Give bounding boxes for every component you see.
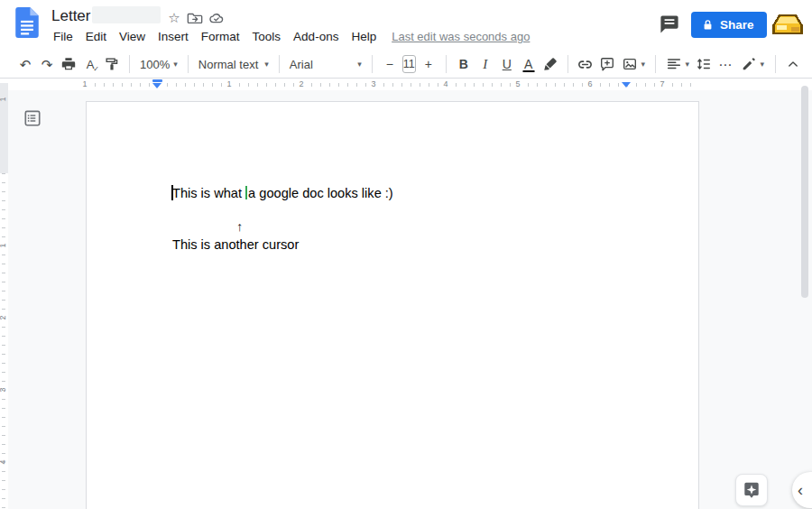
ruler-number: 6 [586,79,594,88]
align-button[interactable]: ▾ [662,53,693,75]
menu-file[interactable]: File [47,28,79,45]
first-line-indent-marker[interactable] [152,79,162,82]
redo-icon[interactable]: ↷ [36,53,58,75]
ruler-number: 3 [0,387,7,392]
paint-format-icon[interactable] [101,53,123,75]
menu-tools[interactable]: Tools [246,28,288,45]
menu-edit[interactable]: Edit [79,28,113,45]
menu-format[interactable]: Format [195,28,246,45]
editing-mode-button[interactable]: ▾ [736,53,769,75]
document-arrow-line[interactable]: ↑ [236,218,243,235]
star-icon[interactable]: ☆ [166,10,182,26]
insert-image-button[interactable]: ▾ [618,53,649,75]
menu-bar: File Edit View Insert Format Tools Add-o… [47,28,530,45]
last-edit-link[interactable]: Last edit was seconds ago [392,30,530,43]
bold-button[interactable]: B [453,53,475,75]
highlight-color-icon[interactable] [540,53,561,75]
ruler-number: 2 [297,79,305,88]
divider [655,55,656,73]
add-comment-icon[interactable] [596,53,618,75]
line-spacing-icon[interactable] [693,53,715,75]
ruler-number: 1 [0,243,7,247]
chevron-down-icon: ▾ [686,60,690,69]
document-title[interactable]: Letter [51,7,90,25]
ruler-ticks [86,83,699,87]
document-line-1[interactable]: This is what a google doc looks like :) [172,185,393,201]
open-comments-icon[interactable] [659,14,680,35]
font-size-input[interactable]: 11 [402,55,416,73]
divider [775,55,776,73]
text-color-button[interactable]: A [518,53,540,75]
chevron-left-icon: ‹ [798,481,803,500]
divider [446,55,447,73]
toolbar: ↶ ↷ A ✓ 100% ▾ Normal text ▾ [0,51,812,79]
ruler-number: 5 [513,79,521,88]
horizontal-ruler: 1 1 2 3 4 5 6 7 [0,79,812,90]
redacted-area [92,6,161,23]
spellcheck-icon[interactable]: A ✓ [79,53,101,75]
vertical-scrollbar[interactable] [801,86,808,298]
divider [188,55,189,73]
decrease-font-size-button[interactable]: − [379,53,401,75]
share-label: Share [720,18,754,32]
print-icon[interactable] [58,53,79,75]
divider [567,55,568,73]
font-select[interactable]: Arial ▾ [286,53,365,75]
zoom-select[interactable]: 100% ▾ [136,53,181,75]
italic-button[interactable]: I [475,53,496,75]
current-color-swatch [522,70,534,73]
increase-font-size-button[interactable]: + [418,53,439,75]
menu-addons[interactable]: Add-ons [287,28,345,45]
divider [129,55,130,73]
collaborator-caret [245,186,247,199]
left-indent-marker[interactable] [152,79,162,88]
ruler-number: 1 [0,97,7,101]
divider [279,55,280,73]
ruler-number: 2 [0,315,7,319]
insert-link-icon[interactable] [575,53,596,75]
document-canvas: This is what a google doc looks like :) … [0,90,812,509]
saved-to-drive-icon[interactable] [208,10,225,26]
lock-icon [702,19,714,31]
more-options-icon[interactable]: ⋯ [715,53,736,75]
ruler-number: 4 [0,459,7,464]
ruler-ticks [2,173,5,509]
explore-button[interactable] [735,474,768,506]
ruler-number: 3 [369,79,377,88]
chevron-down-icon: ▾ [264,60,269,69]
chevron-down-icon: ▾ [173,60,178,69]
underline-button[interactable]: U [496,53,518,75]
explore-icon [742,480,761,500]
chevron-down-icon: ▾ [761,60,765,69]
header: Letter ☆ File Edit View Insert Format To… [0,0,812,51]
menu-insert[interactable]: Insert [152,28,195,45]
right-indent-marker[interactable] [622,82,632,88]
chevron-down-icon: ▾ [357,60,362,69]
account-avatar[interactable] [770,6,806,42]
chevron-down-icon: ▾ [641,60,646,69]
share-button[interactable]: Share [691,12,767,38]
ruler-number: 7 [658,79,666,88]
google-docs-logo-icon[interactable] [15,7,39,38]
move-to-folder-icon[interactable] [187,10,203,26]
ruler-number: 4 [441,79,449,88]
ruler-number: 1 [225,79,233,88]
divider [372,55,373,73]
show-outline-icon[interactable] [23,108,42,128]
ruler-number: 1 [80,79,88,88]
google-docs-window: Letter ☆ File Edit View Insert Format To… [0,0,812,509]
document-line-2[interactable]: This is another cursor [172,236,299,253]
paragraph-styles-select[interactable]: Normal text ▾ [195,53,272,75]
undo-icon[interactable]: ↶ [14,53,36,75]
hide-menus-icon[interactable] [782,53,804,75]
document-page[interactable]: This is what a google doc looks like :) … [86,101,699,509]
menu-help[interactable]: Help [345,28,383,45]
menu-view[interactable]: View [113,28,152,45]
vertical-ruler: 1 1 2 3 4 [0,79,8,509]
